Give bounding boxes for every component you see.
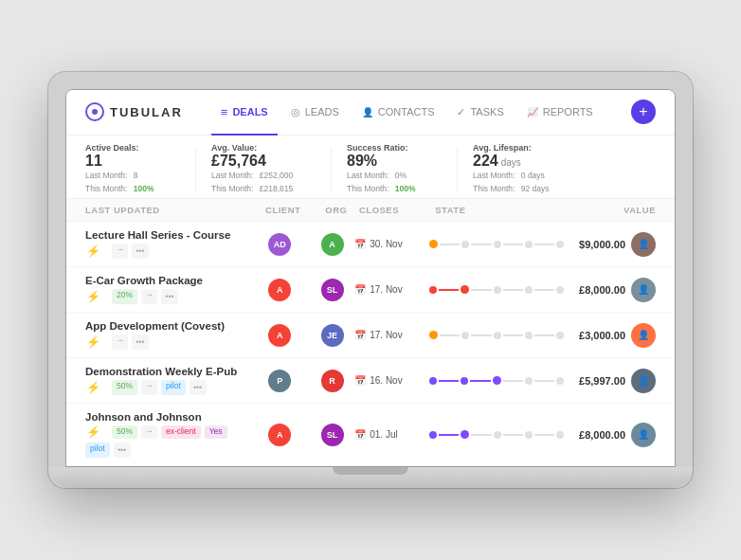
tag-more-5[interactable]: ••• (114, 443, 131, 458)
table-row[interactable]: App Development (Covest) ⚡ → ••• A JE 📅 … (66, 313, 675, 358)
client-cell-5: A (250, 424, 310, 446)
state-cell-2 (429, 285, 579, 294)
reports-icon: 📈 (527, 107, 538, 117)
add-button[interactable]: + (631, 99, 656, 124)
user-avatar-4: 👤 (631, 369, 656, 393)
active-deals-label: Active Deals: (85, 143, 161, 153)
value-cell-3: £3,000.00 👤 (579, 323, 656, 348)
nav-deals-label: DEALS (232, 106, 267, 117)
app-header: TUBULAR ≡ DEALS ◎ LEADS 👤 CONTACTS ✓ TAS… (66, 90, 675, 135)
user-avatar-2: 👤 (631, 278, 656, 302)
nav-tasks[interactable]: ✓ TASKS (447, 100, 513, 124)
calendar-icon-5: 📅 (354, 429, 366, 440)
table-row[interactable]: Demonstration Weekly E-Pub ⚡ 50% → pilot… (66, 358, 675, 404)
tag-more-1[interactable]: ••• (132, 244, 149, 259)
tag-ex-client-5[interactable]: ex-client (161, 425, 201, 439)
tag-arrow-4[interactable]: → (141, 380, 157, 395)
org-avatar-1: A (321, 233, 344, 256)
deal-tags-4: ⚡ 50% → pilot ••• (85, 380, 250, 395)
stat-active-deals: Active Deals: 11 Last Month: 8 This Mont… (85, 143, 161, 195)
avg-value-value: £75,764 (211, 153, 297, 170)
tag-arrow-5[interactable]: → (141, 425, 157, 439)
state-dot-active-1 (429, 240, 438, 248)
calendar-icon-3: 📅 (354, 330, 366, 340)
deal-tags-2: ⚡ 20% → ••• (85, 289, 250, 304)
contacts-icon: 👤 (362, 107, 373, 117)
nav-tasks-label: TASKS (470, 106, 503, 117)
closes-cell-3: 📅 17. Nov (354, 330, 429, 340)
avg-value-this-month: This Month: £218,615 (211, 183, 297, 196)
deal-info-4: Demonstration Weekly E-Pub ⚡ 50% → pilot… (85, 366, 250, 395)
calendar-icon-4: 📅 (354, 375, 366, 386)
tag-pct-2[interactable]: 20% (112, 289, 137, 304)
nav-leads[interactable]: ◎ LEADS (281, 100, 349, 124)
stat-success-ratio: Success Ratio: 89% Last Month: 0% This M… (347, 143, 423, 195)
table-header: Last updated Client Org Closes State Val… (66, 199, 675, 222)
deal-value-5: £8,000.00 (579, 429, 625, 441)
closes-cell-5: 📅 01. Jul (354, 429, 429, 440)
tag-arrow-1[interactable]: → (112, 244, 128, 259)
avg-value-label: Avg. Value: (211, 143, 297, 153)
org-cell-5: SL (310, 424, 354, 446)
tag-arrow-2[interactable]: → (141, 289, 157, 304)
success-last-month: Last Month: 0% (347, 170, 423, 183)
tag-pilot-5[interactable]: pilot (85, 443, 110, 458)
org-avatar-3: JE (321, 324, 344, 347)
closes-date-5: 01. Jul (370, 429, 397, 440)
main-nav: ≡ DEALS ◎ LEADS 👤 CONTACTS ✓ TASKS 📈 (211, 99, 656, 125)
tag-yes-5[interactable]: Yes (205, 425, 227, 439)
col-header-value: Value (587, 205, 656, 215)
col-header-client: Client (253, 205, 314, 215)
nav-leads-label: LEADS (305, 106, 339, 117)
lightning-icon-5: ⚡ (85, 425, 100, 439)
tag-arrow-3[interactable]: → (112, 334, 128, 350)
leads-icon: ◎ (291, 106, 300, 118)
calendar-icon-1: 📅 (354, 239, 366, 249)
tag-pilot-4[interactable]: pilot (161, 380, 186, 395)
org-avatar-4: R (321, 370, 344, 392)
avg-lifespan-unit: days (501, 157, 521, 168)
divider3 (457, 147, 458, 191)
stat-avg-lifespan: Avg. Lifespan: 224 days Last Month: 0 da… (473, 143, 550, 195)
tag-more-4[interactable]: ••• (190, 380, 207, 395)
value-cell-5: £8,000.00 👤 (579, 423, 656, 447)
nav-reports-label: REPORTS (543, 106, 593, 117)
client-cell-2: A (250, 279, 310, 301)
lightning-icon-3: ⚡ (85, 334, 100, 350)
org-avatar-2: SL (321, 279, 344, 301)
state-cell-1 (429, 240, 579, 248)
laptop-frame: TUBULAR ≡ DEALS ◎ LEADS 👤 CONTACTS ✓ TAS… (48, 72, 693, 488)
deal-value-3: £3,000.00 (579, 330, 625, 341)
avg-value-last-month: Last Month: £252,000 (211, 170, 297, 183)
nav-reports[interactable]: 📈 REPORTS (517, 100, 603, 123)
tag-more-3[interactable]: ••• (132, 334, 149, 350)
state-cell-3 (429, 331, 579, 339)
state-cell-4 (429, 376, 579, 385)
client-avatar-1: AD (268, 233, 291, 256)
nav-contacts[interactable]: 👤 CONTACTS (352, 100, 444, 123)
nav-deals[interactable]: ≡ DEALS (211, 99, 278, 125)
deal-value-1: $9,000.00 (579, 239, 625, 250)
deal-info-1: Lecture Hall Series - Course ⚡ → ••• (85, 229, 250, 259)
deal-name-4: Demonstration Weekly E-Pub (85, 366, 250, 377)
value-cell-1: $9,000.00 👤 (579, 232, 656, 257)
tasks-icon: ✓ (457, 106, 465, 118)
logo-icon (85, 102, 104, 121)
active-deals-last-month: Last Month: 8 (85, 170, 161, 183)
table-row[interactable]: Johnson and Johnson ⚡ 50% → ex-client Ye… (66, 404, 675, 466)
client-cell-1: AD (250, 233, 310, 256)
deal-info-3: App Development (Covest) ⚡ → ••• (85, 320, 250, 350)
deal-info-5: Johnson and Johnson ⚡ 50% → ex-client Ye… (85, 411, 250, 458)
table-row[interactable]: E-Car Growth Package ⚡ 20% → ••• A SL 📅 … (66, 267, 675, 313)
deal-name-2: E-Car Growth Package (85, 275, 250, 286)
closes-date-1: 30. Nov (370, 239, 402, 249)
closes-date-2: 17. Nov (370, 284, 402, 295)
col-header-last-updated: Last updated (85, 205, 253, 215)
tag-more-2[interactable]: ••• (161, 289, 178, 304)
tag-pct-5[interactable]: 50% (112, 425, 137, 439)
divider2 (331, 147, 332, 191)
tag-pct-4[interactable]: 50% (112, 380, 137, 395)
avg-lifespan-value: 224 (473, 153, 498, 170)
table-row[interactable]: Lecture Hall Series - Course ⚡ → ••• AD … (66, 222, 675, 267)
col-header-state: State (435, 205, 587, 215)
